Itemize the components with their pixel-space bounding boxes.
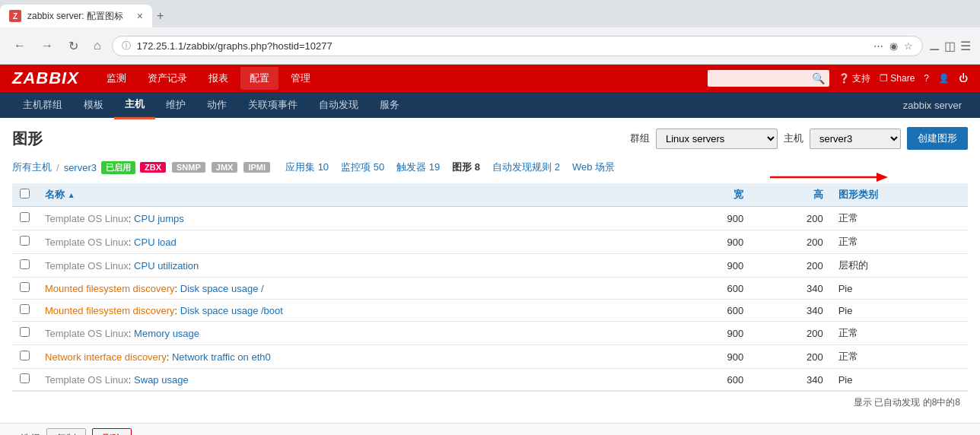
- table-footer: 显示 已自动发现 的8中的8: [12, 391, 968, 414]
- row-name-link[interactable]: Memory usage: [134, 328, 199, 339]
- share-link[interactable]: ❐ Share: [880, 73, 915, 84]
- subnav-actions[interactable]: 动作: [196, 92, 237, 118]
- tab-discovery-rules[interactable]: 自动发现规则 2: [488, 159, 565, 176]
- breadcrumb-tabs: 应用集 10 监控项 50 触发器 19 图形 8 自动发现规则 2 Web 场…: [281, 159, 619, 176]
- bookmark-options-icon[interactable]: ⋯: [873, 40, 883, 52]
- col-width-header: 宽: [672, 183, 751, 207]
- row-name-cell: Template OS Linux: CPU jumps: [37, 207, 672, 230]
- help-icon[interactable]: ?: [924, 73, 929, 84]
- col-checkbox: [12, 183, 37, 207]
- row-name-cell: Template OS Linux: Swap usage: [37, 369, 672, 391]
- nav-config[interactable]: 配置: [240, 67, 278, 90]
- page-controls: 群组 Linux servers 主机 server3 创建图形: [630, 127, 968, 150]
- row-name-link[interactable]: CPU jumps: [134, 213, 184, 224]
- nav-reports[interactable]: 报表: [199, 67, 237, 90]
- row-prefix-link[interactable]: Template OS Linux: [45, 374, 129, 386]
- row-prefix-link[interactable]: Template OS Linux: [45, 260, 129, 271]
- search-input[interactable]: [708, 70, 829, 87]
- row-checkbox[interactable]: [20, 327, 30, 337]
- graphs-table: 名称 ▲ 宽 高 图形类别 Template OS Linux: CPU jum…: [12, 183, 968, 391]
- tab-title: zabbix server: 配置图标: [27, 10, 131, 23]
- row-name-link[interactable]: Disk space usage /: [180, 283, 264, 294]
- breadcrumb-sep1: /: [56, 162, 59, 173]
- subnav-templates[interactable]: 模板: [73, 92, 114, 118]
- row-prefix-link[interactable]: Template OS Linux: [45, 237, 129, 248]
- row-name-cell: Template OS Linux: CPU utilization: [37, 254, 672, 278]
- row-name-link[interactable]: Network traffic on eth0: [172, 351, 271, 363]
- nav-admin[interactable]: 管理: [282, 67, 320, 90]
- row-checkbox[interactable]: [20, 282, 30, 292]
- layout-icon[interactable]: ◫: [944, 39, 956, 53]
- user-icon[interactable]: 👤: [938, 73, 950, 84]
- row-checkbox[interactable]: [20, 259, 30, 269]
- nav-assets[interactable]: 资产记录: [138, 67, 196, 90]
- create-graph-button[interactable]: 创建图形: [907, 127, 968, 150]
- subnav-discovery[interactable]: 自动发现: [308, 92, 369, 118]
- table-row: Network interface discovery: Network tra…: [12, 345, 968, 369]
- row-height: 200: [751, 322, 830, 345]
- row-name-link[interactable]: Disk space usage /boot: [180, 305, 283, 316]
- url-display: 172.25.1.1/zabbix/graphs.php?hostid=1027…: [137, 40, 867, 52]
- star-icon[interactable]: ☆: [904, 40, 913, 52]
- nav-monitor[interactable]: 监测: [97, 67, 135, 90]
- subnav-hosts[interactable]: 主机: [114, 91, 155, 119]
- extensions-icon[interactable]: ⚊: [929, 39, 940, 53]
- forward-button[interactable]: →: [37, 36, 58, 56]
- row-name-cell: Network interface discovery: Network tra…: [37, 345, 672, 369]
- subnav-correlation[interactable]: 关联项事件: [237, 92, 308, 118]
- current-host-label: zabbix server: [903, 100, 968, 111]
- select-all-checkbox[interactable]: [20, 189, 30, 198]
- row-checkbox[interactable]: [20, 236, 30, 246]
- col-name-header[interactable]: 名称 ▲: [37, 183, 672, 207]
- row-height: 340: [751, 300, 830, 322]
- row-type: 层积的: [831, 254, 968, 278]
- row-prefix-link[interactable]: Template OS Linux: [45, 213, 129, 224]
- row-name-link[interactable]: CPU utilization: [134, 260, 199, 271]
- subnav-maintenance[interactable]: 维护: [155, 92, 196, 118]
- row-height: 340: [751, 278, 830, 300]
- tab-triggers[interactable]: 触发器 19: [392, 159, 444, 176]
- tab-close-button[interactable]: ×: [137, 10, 143, 22]
- host-select[interactable]: server3: [810, 129, 901, 149]
- favicon-icon: Z: [9, 10, 21, 22]
- tab-monitors[interactable]: 监控项 50: [336, 159, 389, 176]
- zbx-badge: ZBX: [140, 162, 166, 173]
- new-tab-button[interactable]: +: [152, 6, 168, 26]
- group-select[interactable]: Linux servers: [656, 129, 778, 149]
- subnav-services[interactable]: 服务: [369, 92, 410, 118]
- row-name-link[interactable]: CPU load: [134, 237, 177, 248]
- footer-text: 显示 已自动发现 的8中的8: [854, 396, 960, 409]
- support-link[interactable]: ❔ 支持: [838, 72, 870, 85]
- row-checkbox[interactable]: [20, 304, 30, 314]
- tab-graphs[interactable]: 图形 8: [447, 159, 485, 176]
- active-tab[interactable]: Z zabbix server: 配置图标 ×: [0, 5, 152, 27]
- subnav-host-groups[interactable]: 主机群组: [12, 92, 73, 118]
- row-prefix-link[interactable]: Network interface discovery: [45, 351, 167, 363]
- row-prefix-link[interactable]: Mounted filesystem discovery: [45, 305, 175, 316]
- row-checkbox[interactable]: [20, 373, 30, 383]
- row-prefix-link[interactable]: Mounted filesystem discovery: [45, 283, 175, 294]
- row-name-link[interactable]: Swap usage: [134, 374, 189, 386]
- header-right: 🔍 ❔ 支持 ❐ Share ? 👤 ⏻: [708, 70, 968, 87]
- breadcrumb-all-hosts[interactable]: 所有主机: [12, 160, 52, 174]
- row-checkbox[interactable]: [20, 212, 30, 222]
- row-checkbox[interactable]: [20, 351, 30, 360]
- menu-icon[interactable]: ☰: [960, 39, 971, 53]
- tab-web-scenarios[interactable]: Web 场景: [568, 159, 619, 176]
- zabbix-logo: ZABBIX: [12, 68, 79, 88]
- delete-button[interactable]: 删除: [92, 428, 132, 435]
- breadcrumb-server[interactable]: server3: [64, 162, 97, 173]
- row-type: Pie: [831, 300, 968, 322]
- tab-app-sets[interactable]: 应用集 10: [281, 159, 333, 176]
- row-name-cell: Template OS Linux: CPU load: [37, 230, 672, 254]
- power-icon[interactable]: ⏻: [959, 73, 968, 84]
- address-bar-actions: ⋯ ◉ ☆: [873, 40, 913, 52]
- reload-button[interactable]: ↻: [64, 36, 83, 56]
- row-height: 340: [751, 369, 830, 391]
- back-button[interactable]: ←: [9, 36, 30, 56]
- home-button[interactable]: ⌂: [89, 36, 106, 56]
- row-prefix-link[interactable]: Template OS Linux: [45, 328, 129, 339]
- address-bar[interactable]: ⓘ 172.25.1.1/zabbix/graphs.php?hostid=10…: [112, 36, 923, 56]
- save-icon[interactable]: ◉: [889, 40, 898, 52]
- copy-button[interactable]: 复制: [46, 428, 86, 435]
